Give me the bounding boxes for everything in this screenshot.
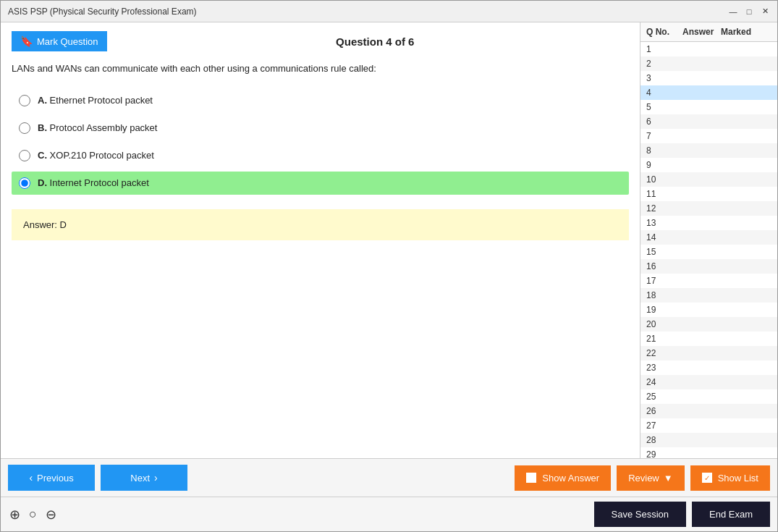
bottom-bar-row2: ⊕ ○ ⊖ Save Session End Exam: [1, 497, 777, 531]
table-row[interactable]: 19: [640, 303, 777, 317]
top-bar: 🔖 Mark Question Question 4 of 6: [12, 31, 629, 51]
review-label: Review: [628, 473, 659, 484]
row-num: 10: [646, 174, 682, 185]
table-row[interactable]: 29: [640, 447, 777, 458]
show-answer-label: Show Answer: [542, 473, 599, 484]
table-row[interactable]: 7: [640, 129, 777, 143]
checkbox-icon: [526, 473, 536, 483]
table-row[interactable]: 23: [640, 360, 777, 375]
zoom-reset-button[interactable]: ○: [28, 505, 38, 523]
table-row[interactable]: 9: [640, 158, 777, 172]
row-num: 6: [646, 117, 682, 127]
table-row[interactable]: 17: [640, 274, 777, 288]
radio-c[interactable]: [19, 150, 30, 161]
radio-a[interactable]: [19, 95, 30, 106]
option-b[interactable]: B. Protocol Assembly packet: [12, 117, 629, 140]
review-button[interactable]: Review ▼: [617, 465, 685, 491]
show-answer-button[interactable]: Show Answer: [515, 465, 611, 491]
end-exam-button[interactable]: End Exam: [692, 502, 770, 527]
row-num: 13: [646, 218, 682, 228]
table-row[interactable]: 1: [640, 42, 777, 56]
row-num: 11: [646, 189, 682, 199]
left-panel: 🔖 Mark Question Question 4 of 6 LANs and…: [1, 22, 640, 458]
row-num: 29: [646, 449, 682, 458]
table-row[interactable]: 16: [640, 259, 777, 274]
row-num: 16: [646, 261, 682, 271]
table-row[interactable]: 14: [640, 230, 777, 245]
option-a-text: A. Ethernet Protocol packet: [38, 95, 153, 106]
option-c[interactable]: C. XOP.210 Protocol packet: [12, 144, 629, 167]
table-row[interactable]: 26: [640, 404, 777, 418]
table-row[interactable]: 11: [640, 187, 777, 201]
row-num: 21: [646, 334, 682, 344]
row-num: 20: [646, 319, 682, 329]
window-controls: — □ ✕: [728, 7, 770, 17]
table-row[interactable]: 18: [640, 288, 777, 303]
row-num: 2: [646, 59, 682, 69]
table-row[interactable]: 3: [640, 71, 777, 85]
mark-question-button[interactable]: 🔖 Mark Question: [12, 31, 107, 51]
table-row[interactable]: 21: [640, 332, 777, 346]
table-row[interactable]: 2: [640, 56, 777, 71]
table-row[interactable]: 28: [640, 433, 777, 447]
col-answer: Answer: [682, 27, 721, 37]
table-row[interactable]: 15: [640, 245, 777, 259]
col-qno: Q No.: [646, 27, 682, 37]
row-num: 8: [646, 145, 682, 156]
save-session-button[interactable]: Save Session: [594, 502, 687, 527]
title-bar: ASIS PSP (Physical Security Professional…: [1, 1, 777, 22]
row-num: 18: [646, 290, 682, 300]
table-row[interactable]: 6: [640, 114, 777, 129]
zoom-out-button[interactable]: ⊖: [44, 505, 58, 524]
bottom-bar: ‹ Previous Next › Show Answer Review ▼ ✓…: [1, 458, 777, 497]
window-title: ASIS PSP (Physical Security Professional…: [8, 7, 197, 17]
table-row[interactable]: 8: [640, 143, 777, 158]
show-list-button[interactable]: ✓ Show List: [690, 465, 770, 491]
table-row[interactable]: 5: [640, 100, 777, 114]
chevron-left-icon: ‹: [29, 472, 33, 484]
previous-label: Previous: [37, 473, 74, 484]
show-list-label: Show List: [718, 473, 758, 484]
close-button[interactable]: ✕: [760, 7, 770, 17]
row-num: 15: [646, 247, 682, 257]
radio-d[interactable]: [19, 177, 30, 189]
row-num: 4: [646, 88, 682, 98]
dropdown-icon: ▼: [664, 473, 673, 484]
bookmark-icon: 🔖: [20, 35, 33, 47]
main-content: 🔖 Mark Question Question 4 of 6 LANs and…: [1, 22, 777, 458]
row-num: 5: [646, 102, 682, 112]
table-row[interactable]: 27: [640, 418, 777, 433]
table-row[interactable]: 4: [640, 85, 777, 100]
previous-button[interactable]: ‹ Previous: [8, 465, 95, 491]
question-title: Question 4 of 6: [122, 35, 629, 48]
table-row[interactable]: 20: [640, 317, 777, 332]
option-d-text: D. Internet Protocol packet: [38, 177, 149, 188]
row-num: 1: [646, 44, 682, 54]
table-row[interactable]: 10: [640, 172, 777, 187]
col-marked: Marked: [721, 27, 771, 37]
table-row[interactable]: 12: [640, 201, 777, 216]
question-list[interactable]: 1234567891011121314151617181920212223242…: [640, 42, 777, 458]
maximize-button[interactable]: □: [744, 7, 754, 17]
option-a[interactable]: A. Ethernet Protocol packet: [12, 89, 629, 112]
session-controls: Save Session End Exam: [594, 502, 770, 527]
zoom-in-button[interactable]: ⊕: [8, 505, 22, 524]
option-d[interactable]: D. Internet Protocol packet: [12, 172, 629, 195]
minimize-button[interactable]: —: [728, 7, 738, 17]
table-row[interactable]: 24: [640, 375, 777, 389]
radio-b[interactable]: [19, 122, 30, 134]
row-num: 24: [646, 377, 682, 387]
row-num: 25: [646, 392, 682, 402]
row-num: 26: [646, 406, 682, 416]
answer-box: Answer: D: [12, 209, 629, 240]
question-list-header: Q No. Answer Marked: [640, 22, 777, 42]
row-num: 14: [646, 232, 682, 242]
table-row[interactable]: 22: [640, 346, 777, 360]
row-num: 9: [646, 160, 682, 170]
row-num: 27: [646, 421, 682, 431]
table-row[interactable]: 25: [640, 389, 777, 404]
table-row[interactable]: 13: [640, 216, 777, 230]
next-button[interactable]: Next ›: [101, 465, 187, 491]
row-num: 19: [646, 305, 682, 315]
chevron-right-icon: ›: [154, 472, 158, 484]
